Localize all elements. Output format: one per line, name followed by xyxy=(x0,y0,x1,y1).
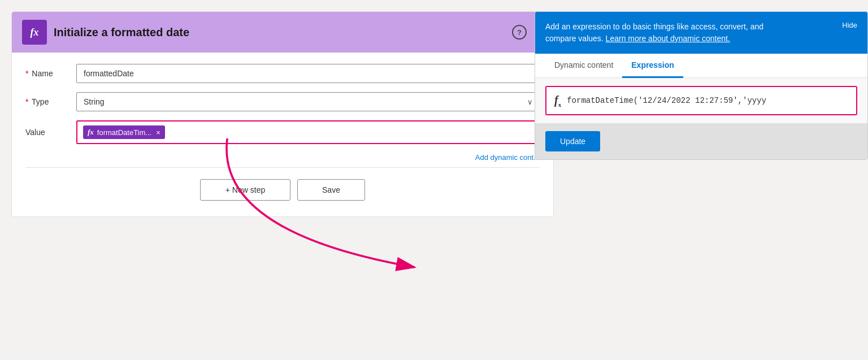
panel-tabs: Dynamic content Expression xyxy=(535,54,867,78)
type-label: * Type xyxy=(25,97,76,106)
type-required-star: * xyxy=(25,97,28,106)
learn-more-link[interactable]: Learn more about dynamic content. xyxy=(606,34,730,43)
header-left: fx Initialize a formatted date xyxy=(22,20,189,45)
expression-pill: fx formatDateTim... × xyxy=(83,125,165,139)
pill-close-button[interactable]: × xyxy=(156,128,160,137)
value-row: Value fx formatDateTim... × xyxy=(25,120,540,144)
type-row: * Type String Integer Float Boolean Obje… xyxy=(25,92,540,111)
expression-fx-icon: fx xyxy=(554,94,561,108)
pill-fx-icon: fx xyxy=(88,128,94,137)
expression-panel: Add an expression to do basic things lik… xyxy=(535,11,868,160)
tab-dynamic-content[interactable]: Dynamic content xyxy=(545,54,622,78)
fx-icon: fx xyxy=(22,20,47,45)
hide-panel-link[interactable]: Hide xyxy=(842,21,857,29)
add-dynamic-row: Add dynamic cont... xyxy=(25,153,540,162)
value-input-wrap[interactable]: fx formatDateTim... × xyxy=(76,120,540,144)
action-buttons: + New step Save xyxy=(25,179,540,201)
add-dynamic-content-link[interactable]: Add dynamic cont... xyxy=(475,153,540,162)
panel-blue-header: Add an expression to do basic things lik… xyxy=(535,12,867,54)
panel-description: Add an expression to do basic things lik… xyxy=(545,21,788,45)
update-button[interactable]: Update xyxy=(545,131,600,151)
name-required-star: * xyxy=(25,69,28,78)
name-label: * Name xyxy=(25,69,76,78)
expression-area: fx formatDateTime('12/24/2022 12:27:59',… xyxy=(535,78,867,123)
card-header: fx Initialize a formatted date ? ... xyxy=(12,12,553,53)
pill-text: formatDateTim... xyxy=(97,128,151,137)
divider xyxy=(25,167,540,168)
initialize-variable-card: fx Initialize a formatted date ? ... * N… xyxy=(11,11,554,217)
expression-value: formatDateTime('12/24/2022 12:27:59','yy… xyxy=(567,96,766,105)
name-row: * Name xyxy=(25,64,540,83)
type-select[interactable]: String Integer Float Boolean Object Arra… xyxy=(76,92,540,111)
save-button[interactable]: Save xyxy=(297,179,365,201)
tab-expression[interactable]: Expression xyxy=(622,54,683,78)
value-label: Value xyxy=(25,128,76,137)
name-input[interactable] xyxy=(76,64,540,83)
type-select-wrapper: String Integer Float Boolean Object Arra… xyxy=(76,92,540,111)
card-body: * Name * Type String Integer Float Boole… xyxy=(12,53,553,216)
expression-input-row[interactable]: fx formatDateTime('12/24/2022 12:27:59',… xyxy=(545,86,857,115)
new-step-button[interactable]: + New step xyxy=(200,179,290,201)
panel-footer: Update xyxy=(535,123,867,159)
help-icon[interactable]: ? xyxy=(512,25,527,40)
card-title: Initialize a formatted date xyxy=(54,26,189,39)
